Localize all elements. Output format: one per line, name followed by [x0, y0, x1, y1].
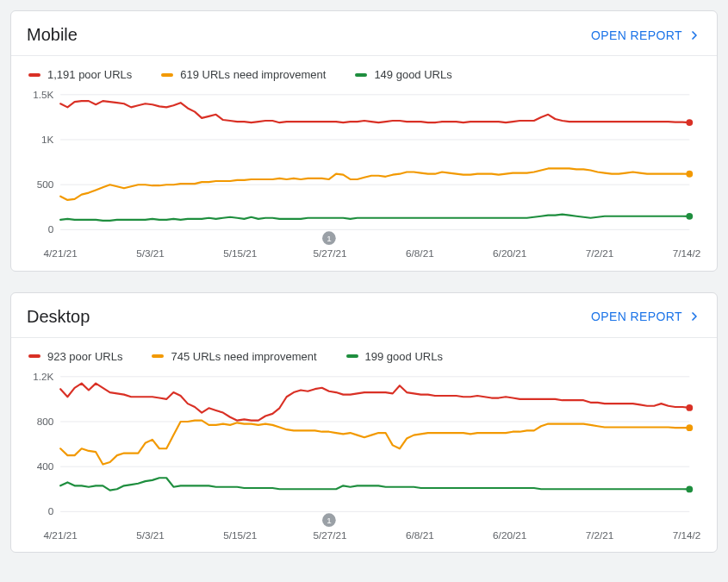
legend-item-good: 149 good URLs	[355, 68, 451, 81]
svg-text:500: 500	[37, 178, 54, 190]
open-report-button[interactable]: OPEN REPORT	[591, 310, 701, 323]
svg-text:1.5K: 1.5K	[33, 89, 53, 100]
chart-svg: 04008001.2K4/21/215/3/215/15/215/27/216/…	[27, 368, 701, 546]
chevron-right-icon	[688, 28, 701, 42]
swatch-good	[346, 354, 358, 358]
chart-legend: 923 poor URLs 745 URLs need improvement …	[27, 350, 701, 363]
svg-text:6/8/21: 6/8/21	[406, 247, 434, 259]
swatch-poor	[28, 73, 40, 77]
svg-point-31	[686, 485, 693, 492]
swatch-need	[152, 354, 164, 358]
svg-text:5/3/21: 5/3/21	[136, 529, 165, 540]
svg-text:7/14/21: 7/14/21	[673, 247, 701, 259]
open-report-label: OPEN REPORT	[591, 310, 682, 323]
swatch-need	[161, 73, 173, 77]
svg-point-9	[686, 171, 693, 178]
legend-item-poor: 923 poor URLs	[28, 350, 122, 363]
svg-text:1: 1	[327, 515, 331, 524]
svg-text:1K: 1K	[41, 134, 54, 145]
mobile-card: Mobile OPEN REPORT 1,191 poor URLs 619 U…	[10, 10, 718, 272]
svg-text:5/27/21: 5/27/21	[313, 529, 346, 540]
svg-text:1: 1	[327, 234, 331, 243]
card-header: Mobile OPEN REPORT	[27, 25, 701, 45]
legend-label-need: 619 URLs need improvement	[180, 68, 326, 81]
svg-point-8	[686, 119, 693, 126]
svg-text:0: 0	[48, 505, 54, 516]
svg-text:7/2/21: 7/2/21	[586, 529, 614, 540]
legend-item-need: 745 URLs need improvement	[152, 350, 316, 363]
chevron-right-icon	[688, 310, 701, 323]
svg-text:7/14/21: 7/14/21	[673, 529, 701, 540]
legend-item-need: 619 URLs need improvement	[161, 68, 326, 81]
card-title: Desktop	[27, 307, 90, 327]
svg-text:7/2/21: 7/2/21	[586, 247, 614, 259]
swatch-good	[355, 73, 367, 77]
svg-text:6/20/21: 6/20/21	[493, 529, 526, 540]
legend-label-poor: 923 poor URLs	[47, 350, 122, 363]
swatch-poor	[28, 354, 40, 358]
legend-label-poor: 1,191 poor URLs	[47, 68, 132, 81]
legend-label-good: 149 good URLs	[374, 68, 451, 81]
svg-text:4/21/21: 4/21/21	[44, 247, 78, 259]
desktop-chart: 04008001.2K4/21/215/3/215/15/215/27/216/…	[27, 368, 701, 546]
svg-point-29	[686, 404, 693, 411]
card-title: Mobile	[27, 25, 78, 45]
svg-text:800: 800	[37, 415, 54, 426]
svg-text:5/15/21: 5/15/21	[223, 529, 257, 540]
svg-text:400: 400	[37, 460, 54, 472]
legend-item-good: 199 good URLs	[346, 350, 443, 363]
svg-text:5/15/21: 5/15/21	[223, 247, 257, 259]
svg-text:0: 0	[48, 223, 54, 235]
svg-text:6/20/21: 6/20/21	[493, 247, 526, 259]
mobile-chart: 05001K1.5K4/21/215/3/215/15/215/27/216/8…	[27, 86, 701, 264]
svg-point-10	[686, 213, 693, 220]
svg-point-30	[686, 424, 693, 431]
legend-label-need: 745 URLs need improvement	[171, 350, 316, 363]
divider	[11, 55, 717, 56]
card-header: Desktop OPEN REPORT	[27, 307, 701, 327]
desktop-card: Desktop OPEN REPORT 923 poor URLs 745 UR…	[10, 292, 718, 554]
chart-legend: 1,191 poor URLs 619 URLs need improvemen…	[27, 68, 701, 81]
divider	[11, 337, 717, 338]
open-report-label: OPEN REPORT	[591, 28, 682, 42]
chart-svg: 05001K1.5K4/21/215/3/215/15/215/27/216/8…	[27, 86, 701, 264]
svg-text:6/8/21: 6/8/21	[406, 529, 434, 540]
open-report-button[interactable]: OPEN REPORT	[591, 28, 701, 42]
svg-text:1.2K: 1.2K	[33, 370, 53, 381]
svg-text:5/3/21: 5/3/21	[136, 247, 165, 259]
legend-item-poor: 1,191 poor URLs	[28, 68, 132, 81]
svg-text:5/27/21: 5/27/21	[313, 247, 346, 259]
legend-label-good: 199 good URLs	[365, 350, 443, 363]
svg-text:4/21/21: 4/21/21	[44, 529, 78, 540]
